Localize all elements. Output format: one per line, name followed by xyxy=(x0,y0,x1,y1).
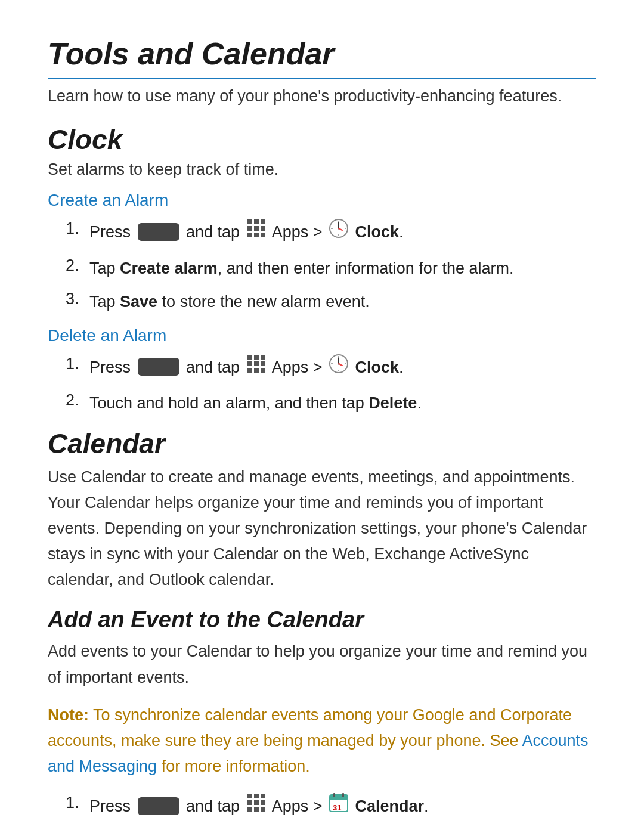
apps-label: Apps > xyxy=(272,223,323,241)
apps-grid-icon xyxy=(246,792,267,820)
page-subtitle: Learn how to use many of your phone's pr… xyxy=(48,87,596,106)
step-content: Tap Save to store the new alarm event. xyxy=(89,290,596,314)
svg-rect-18 xyxy=(254,355,259,360)
step-content: Double-tap a day to which you would like… xyxy=(89,831,596,833)
clock-section-title: Clock xyxy=(48,123,596,156)
list-item: 1. Press and tap xyxy=(48,794,596,821)
create-alarm-title: Create an Alarm xyxy=(48,191,596,210)
bold-text: Save xyxy=(120,293,157,311)
svg-rect-34 xyxy=(247,794,252,798)
clock-label: Clock xyxy=(355,223,399,241)
apps-grid-icon xyxy=(246,218,267,246)
svg-rect-25 xyxy=(261,368,265,373)
clock-label: Clock xyxy=(355,358,399,376)
svg-rect-38 xyxy=(254,800,259,805)
home-button xyxy=(138,797,179,815)
svg-rect-36 xyxy=(261,794,265,798)
svg-rect-23 xyxy=(247,368,252,373)
step-number: 2. xyxy=(66,391,89,410)
clock-icon xyxy=(329,218,349,246)
svg-rect-6 xyxy=(247,233,252,237)
svg-rect-2 xyxy=(261,219,265,224)
apps-grid-icon xyxy=(246,354,267,381)
list-item: 2. Tap Create alarm, and then enter info… xyxy=(48,256,596,281)
svg-rect-45 xyxy=(330,798,348,800)
calendar-section-desc: Use Calendar to create and manage events… xyxy=(48,465,596,593)
svg-rect-24 xyxy=(254,368,259,373)
clock-icon xyxy=(329,354,349,381)
step-content: Press and tap App xyxy=(89,219,596,247)
apps-label: Apps > xyxy=(272,358,323,376)
page-container: Tools and Calendar Learn how to use many… xyxy=(0,0,644,833)
note-block: Note: To synchronize calendar events amo… xyxy=(48,702,596,780)
svg-rect-39 xyxy=(261,800,265,805)
page-title: Tools and Calendar xyxy=(48,36,596,79)
note-text: To synchronize calendar events among you… xyxy=(48,706,572,750)
svg-rect-42 xyxy=(261,807,265,812)
svg-rect-46 xyxy=(333,793,335,797)
svg-rect-37 xyxy=(247,800,252,805)
svg-rect-19 xyxy=(261,355,265,360)
delete-alarm-steps: 1. Press and tap xyxy=(48,355,596,416)
add-event-desc: Add events to your Calendar to help you … xyxy=(48,639,596,690)
step-content: Press and tap App xyxy=(89,355,596,382)
calendar-label: Calendar xyxy=(355,797,424,815)
svg-rect-7 xyxy=(254,233,259,237)
step-number: 2. xyxy=(66,831,89,833)
svg-rect-1 xyxy=(254,219,259,224)
svg-rect-40 xyxy=(247,807,252,812)
calendar-section-title: Calendar xyxy=(48,428,596,460)
create-alarm-steps: 1. Press and tap xyxy=(48,219,596,314)
svg-rect-21 xyxy=(254,361,259,366)
step-number: 1. xyxy=(66,355,89,373)
svg-rect-47 xyxy=(342,793,344,797)
svg-rect-41 xyxy=(254,807,259,812)
svg-rect-5 xyxy=(261,226,265,231)
list-item: 1. Press and tap xyxy=(48,355,596,382)
list-item: 2. Double-tap a day to which you would l… xyxy=(48,831,596,833)
svg-rect-8 xyxy=(261,233,265,237)
clock-section-desc: Set alarms to keep track of time. xyxy=(48,160,596,179)
svg-rect-4 xyxy=(254,226,259,231)
step-number: 3. xyxy=(66,290,89,308)
apps-label: Apps > xyxy=(272,797,323,815)
home-button xyxy=(138,223,179,241)
home-button xyxy=(138,358,179,376)
step-content: Tap Create alarm, and then enter informa… xyxy=(89,256,596,281)
step-number: 2. xyxy=(66,256,89,275)
step-content: Touch and hold an alarm, and then tap De… xyxy=(89,391,596,416)
svg-rect-17 xyxy=(247,355,252,360)
svg-rect-22 xyxy=(261,361,265,366)
add-event-title: Add an Event to the Calendar xyxy=(48,607,596,633)
note-label: Note: xyxy=(48,706,89,724)
bold-text: Delete xyxy=(369,394,417,412)
svg-rect-35 xyxy=(254,794,259,798)
list-item: 1. Press and tap xyxy=(48,219,596,247)
step-content: Press and tap App xyxy=(89,794,596,821)
list-item: 2. Touch and hold an alarm, and then tap… xyxy=(48,391,596,416)
svg-text:31: 31 xyxy=(333,803,341,812)
delete-alarm-title: Delete an Alarm xyxy=(48,326,596,345)
note-text-end: for more information. xyxy=(162,757,310,775)
svg-rect-3 xyxy=(247,226,252,231)
add-event-steps: 1. Press and tap xyxy=(48,794,596,833)
bold-text: Create alarm xyxy=(120,259,218,277)
svg-rect-20 xyxy=(247,361,252,366)
calendar-icon: 31 xyxy=(329,792,349,820)
svg-rect-0 xyxy=(247,219,252,224)
list-item: 3. Tap Save to store the new alarm event… xyxy=(48,290,596,314)
step-number: 1. xyxy=(66,794,89,812)
step-number: 1. xyxy=(66,219,89,238)
